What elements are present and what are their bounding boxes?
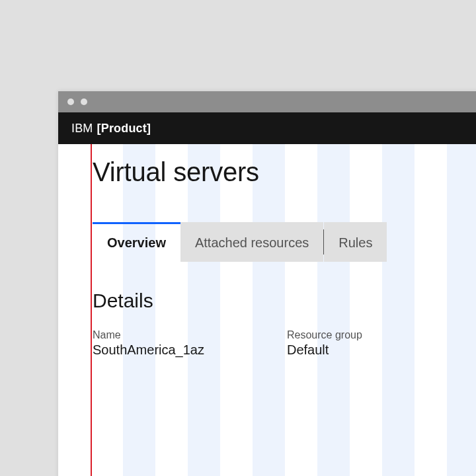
detail-name-value: SouthAmerica_1az [93, 342, 204, 358]
detail-resource-group: Resource group Default [287, 329, 362, 358]
brand-product: [Product] [97, 122, 151, 136]
brand-prefix: IBM [71, 122, 93, 136]
detail-rg-label: Resource group [287, 329, 362, 341]
tab-overview[interactable]: Overview [93, 222, 180, 262]
content-area: Virtual servers Overview Attached resour… [58, 144, 476, 476]
tabs: Overview Attached resources Rules [93, 222, 387, 262]
details-section-title: Details [93, 290, 153, 312]
page-title: Virtual servers [93, 157, 259, 187]
tab-rules[interactable]: Rules [324, 222, 387, 262]
top-nav: IBM [Product] [58, 112, 476, 144]
detail-name: Name SouthAmerica_1az [93, 329, 204, 358]
window-minimize-icon[interactable] [81, 99, 87, 105]
app-window: IBM [Product] Virtual servers Overview A… [58, 91, 476, 476]
window-titlebar [58, 91, 476, 112]
tab-attached-resources[interactable]: Attached resources [180, 222, 323, 262]
detail-name-label: Name [93, 329, 204, 341]
window-close-icon[interactable] [67, 99, 74, 105]
detail-rg-value: Default [287, 342, 362, 358]
margin-guide [91, 144, 92, 476]
